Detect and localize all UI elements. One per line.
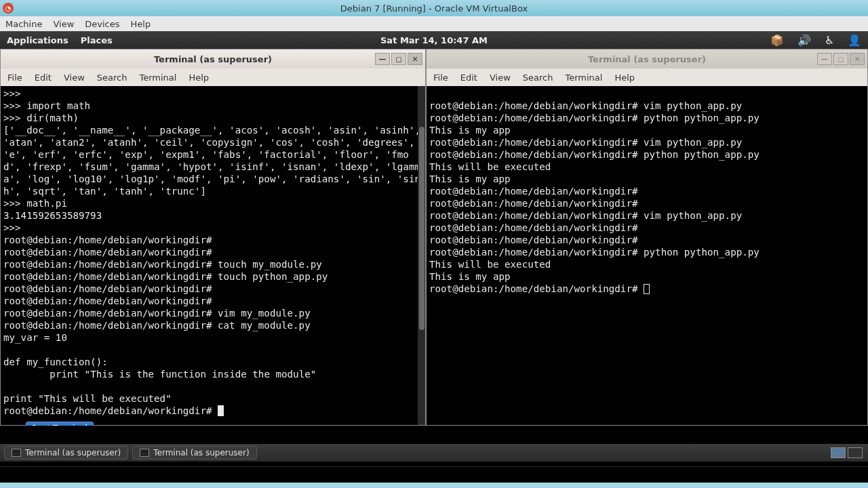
vm-title: Debian 7 [Running] - Oracle VM VirtualBo… bbox=[340, 3, 528, 14]
term-menu-file[interactable]: File bbox=[433, 73, 448, 83]
term-menu-terminal[interactable]: Terminal bbox=[139, 73, 176, 83]
volume-icon[interactable]: 🔊 bbox=[797, 34, 811, 47]
close-button[interactable]: ✕ bbox=[850, 53, 865, 65]
maximize-button[interactable]: ◻ bbox=[391, 53, 406, 65]
terminal-icon bbox=[12, 449, 21, 457]
terminal-window-right[interactable]: Terminal (as superuser) — ◻ ✕ File Edit … bbox=[426, 49, 868, 426]
terminal-right-titlebar[interactable]: Terminal (as superuser) — ◻ ✕ bbox=[427, 49, 867, 68]
term-menu-view[interactable]: View bbox=[490, 73, 511, 83]
term-menu-search[interactable]: Search bbox=[97, 73, 127, 83]
virtualbox-statusbar bbox=[0, 483, 868, 488]
terminal-left-title: Terminal (as superuser) bbox=[154, 54, 272, 64]
close-button[interactable]: ✕ bbox=[408, 53, 422, 65]
terminal-left-menu: File Edit View Search Terminal Help bbox=[1, 68, 425, 86]
scrollbar[interactable] bbox=[418, 86, 425, 425]
virtualbox-logo-icon: ◔ bbox=[3, 3, 14, 14]
term-menu-terminal[interactable]: Terminal bbox=[565, 73, 602, 83]
desktop: Terminal (as superuser) — ◻ ✕ File Edit … bbox=[0, 49, 868, 467]
terminal-cursor bbox=[218, 405, 224, 416]
minimize-button[interactable]: — bbox=[375, 53, 390, 65]
minimize-button[interactable]: — bbox=[817, 53, 832, 65]
term-menu-file[interactable]: File bbox=[7, 73, 22, 83]
terminal-window-left[interactable]: Terminal (as superuser) — ◻ ✕ File Edit … bbox=[0, 49, 426, 426]
vbox-menu-devices[interactable]: Devices bbox=[85, 19, 119, 29]
virtualbox-titlebar: ◔ Debian 7 [Running] - Oracle VM Virtual… bbox=[0, 0, 868, 16]
user-icon[interactable]: 👤 bbox=[848, 34, 861, 47]
taskbar-item-terminal-1[interactable]: Terminal (as superuser) bbox=[4, 446, 128, 460]
terminal-right-content[interactable]: root@debian:/home/debian/workingdir# vim… bbox=[427, 86, 867, 425]
term-menu-edit[interactable]: Edit bbox=[35, 73, 52, 83]
term-menu-help[interactable]: Help bbox=[189, 73, 209, 83]
clock[interactable]: Sat Mar 14, 10:47 AM bbox=[380, 35, 488, 45]
places-menu[interactable]: Places bbox=[81, 35, 113, 45]
terminal-left-titlebar[interactable]: Terminal (as superuser) — ◻ ✕ bbox=[1, 49, 425, 68]
gnome-top-panel: Applications Places Sat Mar 14, 10:47 AM… bbox=[0, 31, 868, 49]
term-menu-search[interactable]: Search bbox=[523, 73, 553, 83]
workspace-1[interactable] bbox=[831, 447, 846, 458]
term-menu-help[interactable]: Help bbox=[614, 73, 635, 83]
vbox-menu-help[interactable]: Help bbox=[131, 19, 151, 29]
vbox-menu-machine[interactable]: Machine bbox=[5, 19, 42, 29]
workspace-switcher[interactable] bbox=[831, 447, 863, 458]
terminal-cursor-inactive bbox=[644, 284, 650, 294]
term-menu-edit[interactable]: Edit bbox=[460, 73, 477, 83]
virtualbox-menu: Machine View Devices Help bbox=[0, 16, 868, 31]
workspace-2[interactable] bbox=[848, 447, 863, 458]
mouse-ibeam-cursor: I bbox=[599, 239, 600, 249]
terminal-left-content[interactable]: >>> >>> import math >>> dir(math) ['__do… bbox=[1, 86, 425, 425]
terminal-right-title: Terminal (as superuser) bbox=[588, 54, 706, 64]
terminal-right-menu: File Edit View Search Terminal Help bbox=[427, 68, 867, 86]
gnome-bottom-panel: Terminal (as superuser) Terminal (as sup… bbox=[0, 444, 868, 462]
taskbar-item-terminal-2[interactable]: Terminal (as superuser) bbox=[132, 446, 256, 460]
updates-icon[interactable]: 📦 bbox=[770, 34, 784, 47]
accessibility-icon[interactable]: ♿ bbox=[825, 34, 834, 47]
terminal-icon bbox=[140, 449, 149, 457]
vbox-menu-view[interactable]: View bbox=[53, 19, 74, 29]
applications-menu[interactable]: Applications bbox=[7, 35, 68, 45]
maximize-button[interactable]: ◻ bbox=[833, 53, 848, 65]
scrollbar-thumb[interactable] bbox=[419, 127, 425, 330]
term-menu-view[interactable]: View bbox=[64, 73, 85, 83]
